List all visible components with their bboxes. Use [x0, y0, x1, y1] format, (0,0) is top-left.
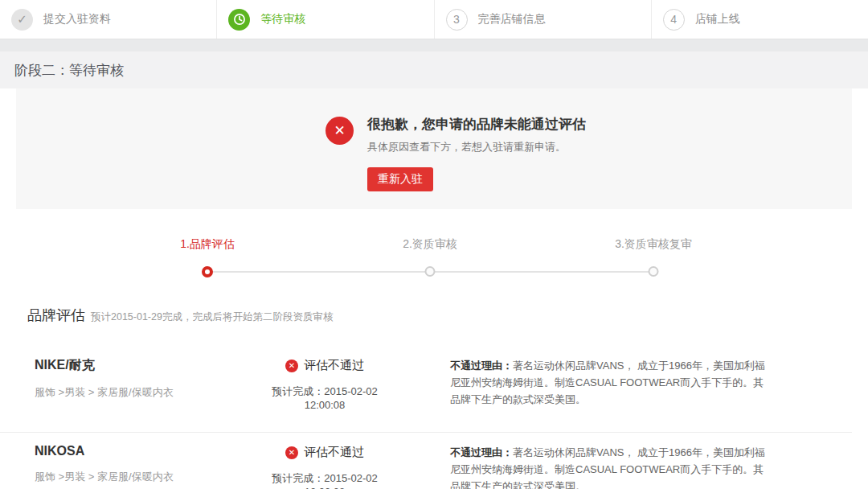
alert-subtitle: 具体原因查看下方，若想入驻请重新申请。	[367, 140, 586, 154]
substep-label: 2.资质审核	[403, 237, 457, 252]
substep-dot-current	[202, 266, 213, 277]
page-title: 阶段二：等待审核	[14, 61, 124, 80]
substep-label: 3.资质审核复审	[615, 237, 692, 252]
substep-label: 1.品牌评估	[180, 237, 235, 252]
check-icon: ✓	[11, 9, 33, 31]
error-x-icon: ✕	[326, 117, 354, 145]
stepper-item-label: 完善店铺信息	[478, 12, 546, 27]
alert-title: 很抱歉，您申请的品牌未能通过评估	[367, 115, 586, 134]
brand-cell: NIKE/耐克 服饰 >男装 > 家居服/保暖内衣	[0, 357, 252, 400]
stepper-item-await-review: 等待审核	[217, 0, 434, 39]
brand-evaluation-list: NIKE/耐克 服饰 >男装 > 家居服/保暖内衣 ✕ 评估不通过 预计完成：2…	[0, 346, 868, 489]
table-row: NIKOSA 服饰 >男装 > 家居服/保暖内衣 ✕ 评估不通过 预计完成：20…	[0, 433, 852, 489]
fail-x-icon: ✕	[285, 446, 298, 459]
eta-text: 预计完成：2015-02-02 12:00:08	[252, 384, 398, 411]
main-content: ✕ 很抱歉，您申请的品牌未能通过评估 具体原因查看下方，若想入驻请重新申请。 重…	[0, 88, 868, 489]
reason-cell: 不通过理由：著名运动休闲品牌VANS， 成立于1966年，美国加利福尼亚州安纳海…	[450, 444, 770, 489]
stepper-item-label: 店铺上线	[695, 12, 740, 27]
substep-dot-pending	[649, 266, 659, 277]
section-heading: 品牌评估预计2015-01-29完成，完成后将开始第二阶段资质审核	[27, 306, 868, 325]
alert-text-block: 很抱歉，您申请的品牌未能通过评估 具体原因查看下方，若想入驻请重新申请。 重新入…	[367, 115, 586, 191]
section-title: 品牌评估	[27, 307, 85, 323]
reason-label: 不通过理由：	[450, 446, 513, 458]
stepper-item-label: 等待审核	[260, 12, 305, 27]
onboarding-stepper: ✓ 提交入驻资料 等待审核 3 完善店铺信息 4 店铺上线	[0, 0, 868, 39]
step-number-badge: 3	[446, 9, 468, 31]
brand-cell: NIKOSA 服饰 >男装 > 家居服/保暖内衣	[0, 444, 252, 484]
eta-text: 预计完成：2015-02-02 12:00:08	[252, 471, 398, 489]
rejection-alert-panel: ✕ 很抱歉，您申请的品牌未能通过评估 具体原因查看下方，若想入驻请重新申请。 重…	[16, 88, 852, 209]
substep-dot-pending	[425, 266, 436, 277]
brand-name: NIKOSA	[35, 444, 252, 458]
step-number-badge: 4	[663, 9, 685, 31]
status-badge: 评估不通过	[304, 358, 364, 373]
brand-name: NIKE/耐克	[35, 357, 252, 374]
status-cell: ✕ 评估不通过 预计完成：2015-02-02 12:00:08	[252, 444, 398, 489]
substep-brand-eval: 1.品牌评估	[180, 237, 235, 252]
reason-cell: 不通过理由：著名运动休闲品牌VANS， 成立于1966年，美国加利福尼亚州安纳海…	[450, 357, 770, 408]
substep-qualification-review: 2.资质审核	[403, 237, 457, 252]
stepper-item-label: 提交入驻资料	[43, 12, 111, 27]
table-row: NIKE/耐克 服饰 >男装 > 家居服/保暖内衣 ✕ 评估不通过 预计完成：2…	[0, 346, 852, 433]
brand-category: 服饰 >男装 > 家居服/保暖内衣	[35, 470, 252, 484]
fail-x-icon: ✕	[285, 360, 298, 372]
status-cell: ✕ 评估不通过 预计完成：2015-02-02 12:00:08	[252, 357, 398, 411]
stage-title-band: 阶段二：等待审核	[0, 51, 868, 88]
section-subtitle: 预计2015-01-29完成，完成后将开始第二阶段资质审核	[91, 311, 333, 323]
reason-label: 不通过理由：	[450, 360, 513, 372]
brand-category: 服饰 >男装 > 家居服/保暖内衣	[35, 385, 252, 400]
stepper-item-submit-info: ✓ 提交入驻资料	[0, 0, 217, 39]
substep-qualification-recheck: 3.资质审核复审	[615, 237, 692, 252]
status-badge: 评估不通过	[304, 445, 364, 460]
reapply-button[interactable]: 重新入驻	[367, 167, 433, 191]
stepper-item-shop-online: 4 店铺上线	[652, 0, 868, 39]
clock-icon	[228, 9, 250, 31]
review-progress-stepper: 1.品牌评估 2.资质审核 3.资质审核复审	[0, 237, 868, 298]
stepper-item-shop-info: 3 完善店铺信息	[435, 0, 652, 39]
